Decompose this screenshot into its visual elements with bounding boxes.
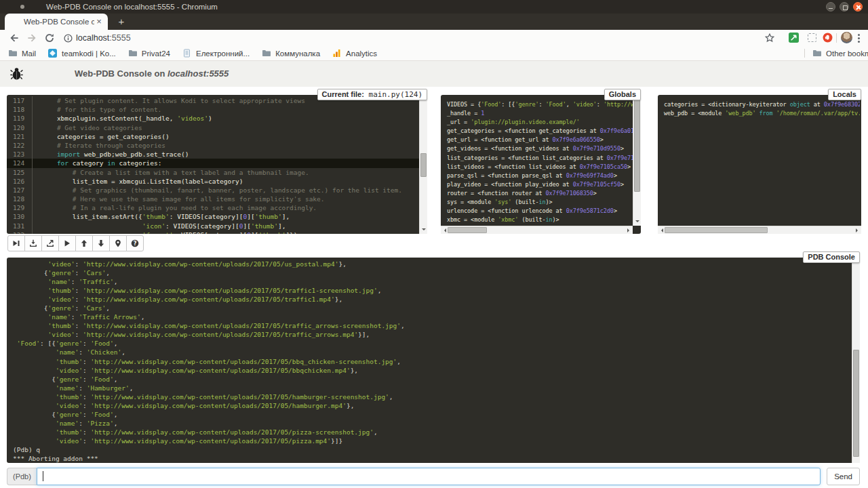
line-number: 117 — [7, 96, 33, 105]
scroll-thumb[interactable] — [853, 350, 859, 457]
browser-menu-icon[interactable] — [858, 34, 860, 36]
site-info-icon[interactable] — [64, 33, 73, 42]
reload-icon[interactable] — [45, 33, 54, 43]
toolbar-divider — [836, 33, 837, 43]
console-line: (Pdb) q — [13, 445, 852, 454]
down-icon — [97, 239, 105, 247]
tab-close-button[interactable]: × — [94, 17, 104, 26]
pdb-input-wrap — [37, 468, 821, 485]
scroll-right-arrow-icon[interactable] — [627, 228, 631, 232]
scroll-left-arrow-icon[interactable] — [659, 228, 663, 232]
window-titlebar: Web-PDB Console on localhost:5555 - Chro… — [0, 0, 868, 14]
console-line: 'name': 'Hamburger', — [13, 384, 852, 392]
code-line: 130 list_item.setArt({'thumb': VIDEOS[ca… — [7, 212, 419, 221]
browser-tab[interactable]: Web-PDB Console on loca × — [5, 14, 108, 30]
globals-tab: Globals — [604, 89, 641, 100]
console-line: *** Aborting addon *** — [13, 454, 852, 463]
console-line: 'thumb': 'http://www.vidsplay.com/wp-con… — [13, 286, 852, 295]
help-button[interactable]: ? — [126, 235, 144, 251]
pdb-command-input[interactable] — [37, 468, 821, 485]
bookmark-item[interactable]: Коммуналка — [262, 49, 320, 58]
profile-avatar[interactable] — [841, 32, 852, 43]
scroll-thumb[interactable] — [448, 227, 487, 233]
code-line: 126 list_item = xbmcgui.ListItem(label=c… — [7, 177, 419, 186]
console-line: 'video': 'http://www.vidsplay.com/wp-con… — [13, 260, 852, 268]
other-bookmarks-label: Other bookmarks — [826, 49, 868, 58]
global-variable-line: get_url = <function get_url at 0x7f9e6a0… — [447, 136, 627, 144]
minimize-button[interactable] — [826, 2, 835, 12]
page-title-host: localhost:5555 — [167, 68, 229, 79]
global-variable-line: get_categories = <function get_categorie… — [447, 127, 627, 136]
other-bookmarks-button[interactable]: Other bookmarks — [812, 46, 868, 60]
line-number: 131 — [7, 222, 33, 230]
return-button[interactable] — [41, 235, 59, 251]
pdb-prompt-label: (Pdb) — [7, 468, 37, 485]
code-line: 118 # for this type of content. — [7, 105, 419, 114]
globals-vertical-scrollbar[interactable] — [633, 95, 641, 226]
console-line: {'genre': 'Food', — [13, 375, 852, 384]
bookmark-item[interactable]: teamkodi | Ko... — [48, 49, 116, 58]
analytics-icon — [332, 49, 342, 58]
console-vertical-scrollbar[interactable] — [852, 258, 860, 463]
next-button[interactable] — [7, 235, 25, 251]
scroll-down-arrow-icon[interactable] — [422, 228, 426, 232]
bookmark-item[interactable]: Privat24 — [128, 49, 170, 58]
scroll-thumb[interactable] — [634, 98, 640, 192]
continue-button[interactable] — [58, 235, 76, 251]
page-header: Web-PDB Console on localhost:5555 — [0, 61, 868, 87]
extension-blocker-icon[interactable] — [823, 33, 833, 43]
console-line: {'genre': 'Cars', — [13, 268, 852, 277]
console-line: 'name': 'Traffic', — [13, 277, 852, 286]
where-button[interactable] — [109, 235, 127, 251]
bookmark-label: Privat24 — [142, 49, 170, 58]
scroll-down-arrow-icon[interactable] — [635, 220, 639, 224]
line-number: 124 — [7, 159, 33, 167]
step-button[interactable] — [24, 235, 42, 251]
code-line: 128 # Here we use the same image for all… — [7, 195, 419, 203]
help-icon: ? — [131, 239, 139, 247]
code-line: 132 'fanart': VIDEOS[category][0]['thumb… — [7, 230, 419, 234]
console-line: 'video': 'http://www.vidsplay.com/wp-con… — [13, 401, 852, 410]
console-output: 'video': 'http://www.vidsplay.com/wp-con… — [7, 258, 852, 463]
down-button[interactable] — [92, 235, 110, 251]
send-button[interactable]: Send — [827, 468, 860, 485]
global-variable-line: xbmc = <module 'xbmc' (built-in)> — [447, 216, 627, 224]
new-tab-button[interactable]: + — [113, 16, 130, 28]
scroll-right-arrow-icon[interactable] — [856, 228, 860, 232]
scroll-thumb[interactable] — [665, 227, 768, 233]
bookmark-item[interactable]: Mail — [8, 49, 36, 58]
line-number: 129 — [7, 203, 33, 212]
window-title: Web-PDB Console on localhost:5555 - Chro… — [46, 0, 218, 14]
line-number: 128 — [7, 195, 33, 203]
close-window-button[interactable] — [853, 2, 863, 12]
locals-lines: categories = <dictionary-keyiterator obj… — [658, 99, 860, 226]
up-button[interactable] — [75, 235, 93, 251]
address-bar[interactable]: localhost:5555 — [76, 30, 131, 46]
back-icon[interactable] — [9, 33, 19, 43]
bug-favicon-icon — [10, 17, 20, 26]
bookmark-star-icon[interactable] — [765, 33, 774, 43]
bookmark-item[interactable]: Analytics — [332, 49, 377, 58]
locals-horizontal-scrollbar[interactable] — [658, 226, 861, 234]
console-line: 'name': 'Chicken', — [13, 348, 852, 357]
line-number: 120 — [7, 123, 33, 132]
forward-icon[interactable] — [27, 33, 37, 43]
line-number: 127 — [7, 186, 33, 195]
maximize-button[interactable] — [840, 2, 849, 12]
pdb-console-tab: PDB Console — [803, 251, 860, 263]
scroll-thumb[interactable] — [420, 153, 427, 177]
code-vertical-scrollbar[interactable] — [419, 95, 427, 234]
bookmark-label: Коммуналка — [275, 49, 320, 58]
globals-horizontal-scrollbar[interactable] — [441, 226, 633, 234]
extension-green-arrow-icon[interactable] — [789, 33, 799, 43]
global-variable-line: play_video = <function play_video at 0x7… — [447, 180, 627, 189]
scroll-left-arrow-icon[interactable] — [442, 228, 446, 232]
bookmark-item[interactable]: Електронний... — [182, 49, 250, 58]
up-icon — [80, 239, 88, 247]
extension-disabled-icon[interactable] — [808, 33, 818, 43]
console-line: {'genre': 'Food', — [13, 410, 852, 419]
browser-toolbar: localhost:5555 — [0, 30, 868, 46]
kodi-icon — [48, 49, 58, 58]
code-line: 121 categories = get_categories() — [7, 132, 419, 141]
folder-icon — [8, 49, 18, 58]
